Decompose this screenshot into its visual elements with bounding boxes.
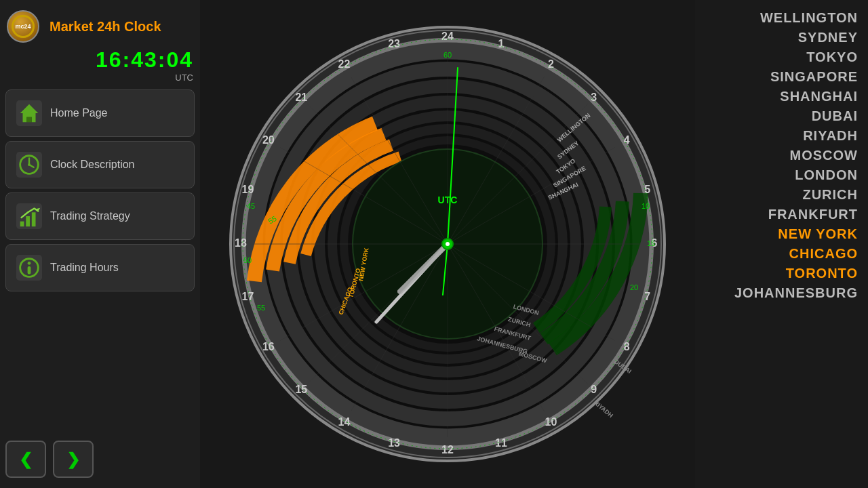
prev-icon: ❮: [19, 450, 33, 469]
app-logo: mc24: [7, 10, 39, 43]
svg-text:10: 10: [545, 416, 557, 428]
svg-text:RIYADH: RIYADH: [593, 399, 614, 419]
city-item-wellington[interactable]: WELLINGTON: [695, 10, 868, 26]
svg-point-7: [28, 163, 31, 166]
svg-text:12: 12: [441, 444, 454, 455]
svg-rect-9: [20, 222, 24, 227]
city-item-singapore[interactable]: SINGAPORE: [695, 69, 868, 85]
svg-rect-11: [32, 212, 36, 226]
clock-icon: [16, 152, 42, 178]
svg-text:24: 24: [441, 30, 454, 42]
svg-text:5: 5: [644, 184, 650, 195]
svg-point-15: [28, 262, 31, 265]
svg-text:4: 4: [624, 134, 630, 146]
city-item-frankfurt[interactable]: FRANKFURT: [695, 207, 868, 222]
left-panel: mc24 Market 24h Clock 16:43:04 UTC Home …: [0, 0, 200, 488]
nav-buttons: Home Page Clock Description Tra: [0, 89, 200, 434]
clock-area: 24 1 2 3 4 5 6 7 8 9 10 11 12 13 14 15 1…: [200, 0, 695, 488]
prev-button[interactable]: ❮: [5, 441, 46, 478]
clock-svg: 24 1 2 3 4 5 6 7 8 9 10 11 12 13 14 15 1…: [227, 24, 668, 464]
svg-text:20: 20: [262, 134, 275, 146]
time-display: 16:43:04: [0, 47, 200, 73]
next-icon: ❯: [66, 450, 80, 469]
trading-strategy-button[interactable]: Trading Strategy: [5, 192, 195, 240]
svg-text:1: 1: [498, 38, 504, 49]
svg-text:18: 18: [235, 237, 247, 249]
svg-rect-16: [28, 266, 31, 274]
house-icon: [16, 100, 42, 126]
clock-desc-label: Clock Description: [50, 159, 134, 171]
city-item-tokyo[interactable]: TOKYO: [695, 49, 868, 65]
svg-rect-10: [26, 216, 30, 226]
city-item-chicago[interactable]: CHICAGO: [695, 246, 868, 262]
city-item-dubai[interactable]: DUBAI: [695, 108, 868, 124]
chart-icon: [16, 203, 42, 229]
app-title: Market 24h Clock: [50, 19, 161, 35]
svg-rect-2: [26, 117, 32, 123]
svg-text:45: 45: [247, 202, 255, 210]
svg-text:19: 19: [241, 184, 254, 195]
svg-text:22: 22: [338, 58, 351, 70]
svg-text:20: 20: [630, 283, 638, 291]
svg-text:17: 17: [241, 291, 254, 302]
bottom-arrows: ❮ ❯: [0, 434, 200, 488]
svg-text:15: 15: [647, 239, 655, 247]
city-item-zurich[interactable]: ZURICH: [695, 187, 868, 203]
svg-text:11: 11: [495, 437, 507, 449]
svg-text:3: 3: [591, 92, 597, 103]
right-panel: WELLINGTONSYDNEYTOKYOSINGAPORESHANGHAIDU…: [695, 0, 868, 488]
city-item-riyadh[interactable]: RIYADH: [695, 128, 868, 144]
svg-text:2: 2: [548, 58, 554, 70]
city-item-london[interactable]: LONDON: [695, 167, 868, 183]
svg-text:55: 55: [257, 304, 265, 312]
trading-hours-label: Trading Hours: [50, 262, 119, 274]
clock-container: 24 1 2 3 4 5 6 7 8 9 10 11 12 13 14 15 1…: [227, 24, 668, 464]
info-icon: [16, 255, 42, 281]
city-item-johannesburg[interactable]: JOHANNESBURG: [695, 285, 868, 301]
header: mc24 Market 24h Clock: [0, 0, 200, 46]
city-item-toronto[interactable]: TORONTO: [695, 266, 868, 281]
svg-text:15: 15: [295, 384, 307, 395]
logo-text: mc24: [15, 23, 31, 30]
title-group: Market 24h Clock: [46, 19, 161, 35]
trading-hours-button[interactable]: Trading Hours: [5, 244, 195, 291]
city-item-moscow[interactable]: MOSCOW: [695, 148, 868, 163]
clock-description-button[interactable]: Clock Description: [5, 141, 195, 188]
home-page-button[interactable]: Home Page: [5, 89, 195, 137]
city-item-shanghai[interactable]: SHANGHAI: [695, 89, 868, 104]
svg-text:8: 8: [624, 341, 630, 352]
home-label: Home Page: [50, 107, 108, 119]
center-dot-inner: [446, 242, 450, 246]
city-item-new-york[interactable]: NEW YORK: [695, 226, 868, 242]
trading-strategy-label: Trading Strategy: [50, 210, 130, 222]
next-button[interactable]: ❯: [53, 441, 94, 478]
svg-text:21: 21: [295, 92, 307, 103]
svg-text:7: 7: [644, 291, 650, 302]
timezone-label: UTC: [0, 73, 200, 83]
svg-text:50: 50: [243, 256, 252, 264]
city-item-sydney[interactable]: SYDNEY: [695, 30, 868, 45]
